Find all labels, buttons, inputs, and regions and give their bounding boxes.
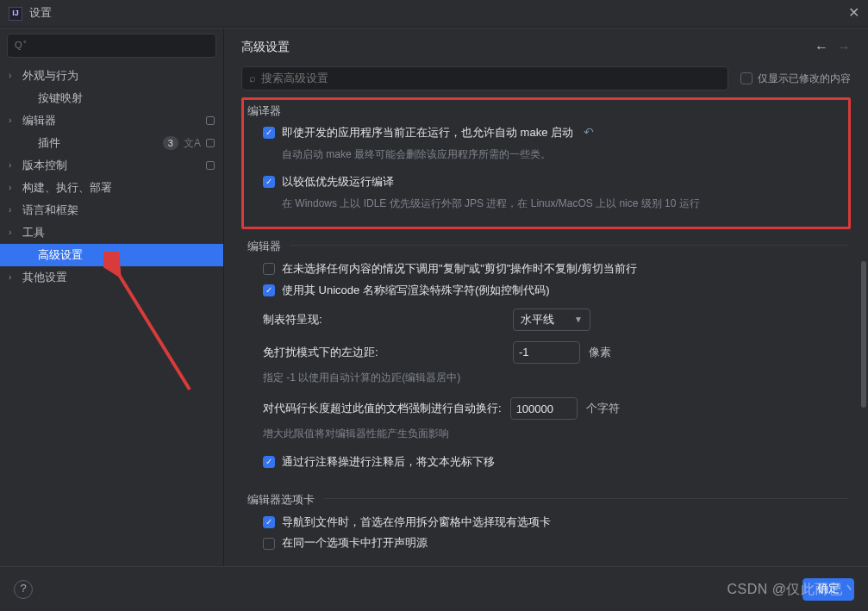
checkbox-open-decl-same-tab[interactable] [263,538,275,550]
section-title: 编辑器选项卡 [244,492,315,508]
divider [290,245,848,246]
ok-button[interactable]: 确定 [802,578,854,601]
sidebar-item-6[interactable]: ›语言和框架 [0,199,223,221]
settings-tree: ›外观与行为按键映射›编辑器插件3文A›版本控制›构建、执行、部署›语言和框架›… [0,63,223,566]
sidebar-item-label: 工具 [22,225,215,240]
project-config-icon [206,161,215,170]
sidebar-item-label: 插件 [38,135,163,151]
page-title: 高级设置 [241,39,290,56]
prefer-existing-tab-label: 导航到文件时，首选在停用拆分窗格中选择现有选项卡 [282,514,551,530]
sidebar-item-label: 构建、执行、部署 [22,180,215,196]
sidebar-item-label: 其他设置 [22,270,215,285]
comment-move-cursor-label: 通过行注释操进行注释后，将文本光标下移 [282,454,495,470]
section-title: 编辑器 [244,239,281,254]
zen-margin-desc: 指定 -1 以使用自动计算的边距(编辑器居中) [244,369,848,388]
allow-auto-make-desc: 自动启动 make 最终可能会删除该应用程序所需的一些类。 [263,146,848,165]
sidebar-item-label: 按键映射 [38,90,215,106]
chevron-right-icon: › [9,159,19,171]
advanced-search[interactable]: ⌕ [241,66,728,90]
project-config-icon [206,139,215,147]
sidebar-search-input[interactable] [33,38,209,53]
chevron-right-icon: › [9,182,19,194]
tab-render-select[interactable]: 水平线 ▼ [513,309,590,331]
allow-auto-make-label: 即使开发的应用程序当前正在运行，也允许自动 make 启动 [282,125,573,140]
sidebar-item-label: 语言和框架 [22,203,215,218]
checkbox-prefer-existing-tab[interactable] [263,516,275,528]
chevron-down-icon: ▼ [574,314,583,326]
sidebar-item-4[interactable]: ›版本控制 [0,154,223,177]
sidebar-item-label: 版本控制 [22,158,206,173]
chevron-right-icon: › [9,271,19,284]
open-decl-same-tab-label: 在同一个选项卡中打开声明源 [282,535,428,551]
unicode-render-label: 使用其 Unicode 名称缩写渲染特殊字符(例如控制代码) [282,283,550,298]
checkbox-icon[interactable] [740,72,752,84]
chevron-right-icon: › [9,204,19,216]
wrap-label: 对代码行长度超过此值的文档强制进行自动换行: [263,401,502,416]
zen-margin-label: 免打扰模式下的左边距: [263,345,384,360]
nav-back-icon[interactable]: ← [815,38,828,57]
sidebar-item-label: 高级设置 [38,247,215,263]
tab-render-label: 制表符呈现: [263,312,332,327]
badge: 3 [163,136,178,150]
checkbox-low-priority-compile[interactable] [263,176,275,188]
low-priority-compile-desc: 在 Windows 上以 IDLE 优先级运行外部 JPS 进程，在 Linux… [263,195,848,214]
pixel-unit: 像素 [589,345,611,360]
chevron-right-icon: › [9,227,19,239]
wrap-input[interactable] [510,397,578,420]
sidebar-item-2[interactable]: ›编辑器 [0,109,223,132]
checkbox-copy-cut-line[interactable] [263,263,275,275]
window-title: 设置 [29,5,52,21]
sidebar-item-1[interactable]: 按键映射 [0,87,223,109]
sidebar-item-5[interactable]: ›构建、执行、部署 [0,177,223,199]
tab-render-value: 水平线 [521,312,554,327]
sidebar-item-7[interactable]: ›工具 [0,221,223,244]
only-modified-toggle[interactable]: 仅显示已修改的内容 [740,72,851,86]
sidebar-item-label: 外观与行为 [22,68,215,84]
sidebar-item-0[interactable]: ›外观与行为 [0,65,223,87]
section-editor: 编辑器 在未选择任何内容的情况下调用"复制"或"剪切"操作时不复制/剪切当前行 [241,236,851,483]
sidebar-search[interactable]: Q˂ [7,34,216,58]
section-compiler: 编译器 即使开发的应用程序当前正在运行，也允许自动 make 启动 ↶ 自动启动… [241,97,851,229]
nav-forward-icon: → [837,38,851,57]
checkbox-unicode-render[interactable] [263,284,275,296]
revert-icon[interactable]: ↶ [584,124,594,141]
language-icon: 文A [184,136,201,151]
sidebar-item-label: 编辑器 [22,113,206,128]
close-icon[interactable]: ✕ [848,3,859,22]
sidebar-item-8[interactable]: 高级设置 [0,244,223,266]
section-editor-tabs: 编辑器选项卡 导航到文件时，首选在停用拆分窗格中选择现有选项卡 在同一 [241,489,851,564]
divider [323,498,848,499]
copy-cut-line-label: 在未选择任何内容的情况下调用"复制"或"剪切"操作时不复制/剪切当前行 [282,261,637,277]
help-button[interactable]: ? [14,580,33,599]
low-priority-compile-label: 以较低优先级运行编译 [282,174,394,190]
zen-margin-input[interactable] [513,341,580,364]
search-icon: ⌕ [249,71,256,86]
only-modified-label: 仅显示已修改的内容 [758,72,851,86]
sidebar-item-9[interactable]: ›其他设置 [0,266,223,289]
sidebar-item-3[interactable]: 插件3文A [0,132,223,154]
chevron-right-icon: › [9,115,19,127]
checkbox-allow-auto-make[interactable] [263,127,275,139]
project-config-icon [206,116,215,125]
search-icon: Q˂ [15,39,28,52]
section-title: 编译器 [244,100,848,124]
advanced-search-input[interactable] [261,71,721,86]
scrollbar[interactable] [861,261,866,408]
chevron-right-icon: › [9,70,19,82]
checkbox-comment-move-cursor[interactable] [263,456,275,468]
chars-unit: 个字符 [586,401,620,416]
wrap-desc: 增大此限值将对编辑器性能产生负面影响 [244,425,848,444]
settings-sidebar: Q˂ ›外观与行为按键映射›编辑器插件3文A›版本控制›构建、执行、部署›语言和… [0,28,224,566]
app-icon: IJ [9,7,22,21]
